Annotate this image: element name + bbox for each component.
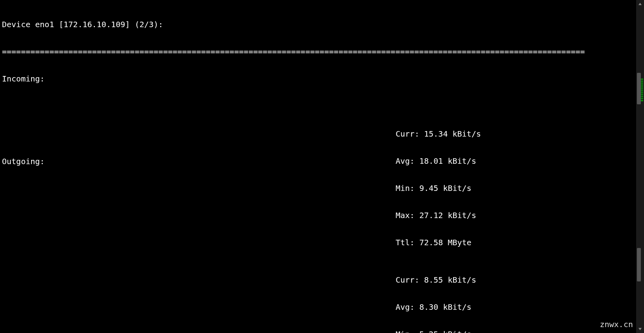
scroll-thumb[interactable] [637, 248, 641, 281]
outgoing-min: Min: 5.25 kBit/s [396, 330, 476, 333]
outgoing-stats: Curr: 8.55 kBit/s Avg: 8.30 kBit/s Min: … [396, 257, 476, 333]
incoming-ttl: Ttl: 72.58 MByte [396, 238, 481, 247]
outgoing-curr: Curr: 8.55 kBit/s [396, 276, 476, 285]
incoming-max: Max: 27.12 kBit/s [396, 211, 481, 220]
terminal-output[interactable]: Device eno1 [172.16.10.109] (2/3): =====… [0, 0, 587, 333]
incoming-label: Incoming: [2, 74, 585, 83]
scroll-ticks-icon [641, 79, 643, 102]
divider-line: ========================================… [2, 47, 585, 56]
incoming-min: Min: 9.45 kBit/s [396, 184, 481, 193]
scroll-track[interactable] [636, 8, 644, 325]
vertical-scrollbar[interactable] [636, 0, 644, 333]
scroll-down-arrow-icon[interactable] [636, 325, 644, 333]
incoming-curr: Curr: 15.34 kBit/s [396, 130, 481, 139]
incoming-stats: Curr: 15.34 kBit/s Avg: 18.01 kBit/s Min… [396, 111, 481, 265]
scroll-thumb[interactable] [637, 73, 641, 104]
incoming-avg: Avg: 18.01 kBit/s [396, 157, 481, 166]
outgoing-label: Outgoing: [2, 157, 44, 166]
outgoing-avg: Avg: 8.30 kBit/s [396, 303, 476, 312]
watermark: znwx.cn [600, 320, 633, 329]
device-header: Device eno1 [172.16.10.109] (2/3): [2, 20, 585, 29]
scroll-up-arrow-icon[interactable] [636, 0, 644, 8]
